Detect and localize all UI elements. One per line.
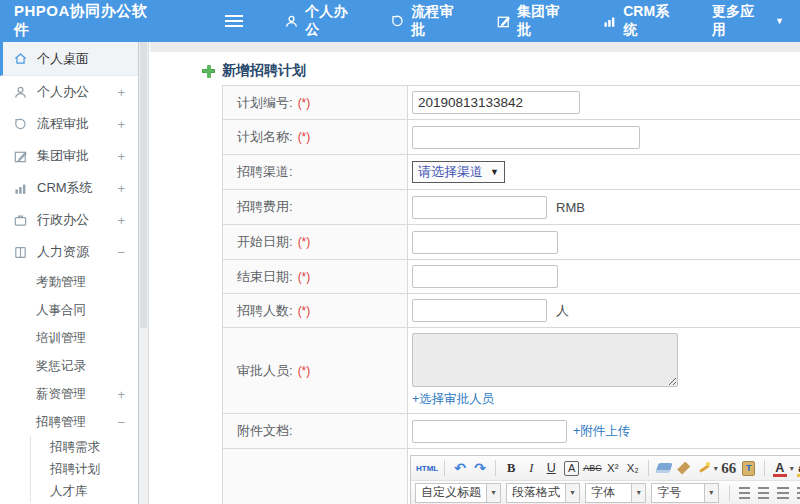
font-color-button[interactable]: A <box>771 459 789 478</box>
rich-text-editor: HTML B I U A ABC X² X₂ <box>410 455 800 504</box>
blockquote-button[interactable]: 66 <box>720 459 738 478</box>
sidebar-item-recruit-demand[interactable]: 招聘需求 <box>31 436 138 458</box>
bold-button[interactable]: B <box>502 459 520 478</box>
paragraph-format-dropdown[interactable]: 段落格式▾ <box>506 483 580 503</box>
field-label: 计划名称: <box>237 128 293 146</box>
end-date-input[interactable] <box>412 265 558 288</box>
user-icon <box>13 85 28 100</box>
form-row-headcount: 招聘人数:(*) 人 <box>223 294 800 328</box>
font-size-dropdown[interactable]: 字号▾ <box>651 483 718 503</box>
required-mark: (*) <box>298 130 311 144</box>
topmenu-crm-system[interactable]: CRM系统 <box>586 0 696 42</box>
topmenu-personal-office[interactable]: 个人办公 <box>268 0 374 42</box>
sidebar-item-label: 人力资源 <box>37 243 89 261</box>
font-family-dropdown[interactable]: 字体▾ <box>585 483 646 503</box>
undo-icon[interactable] <box>451 459 469 478</box>
sidebar-item-label: 个人桌面 <box>37 50 89 68</box>
sidebar-item-attendance[interactable]: 考勤管理 <box>0 268 138 296</box>
autoformat-wand-icon[interactable] <box>697 462 710 475</box>
form-row-end-date: 结束日期:(*) <box>223 260 800 294</box>
form-row-plan-name: 计划名称:(*) <box>223 120 800 155</box>
highlight-color-button[interactable]: ab <box>796 459 800 478</box>
font-border-button[interactable]: A <box>564 461 579 476</box>
collapse-minus-icon[interactable]: − <box>117 415 125 430</box>
strikethrough-button[interactable]: ABC <box>583 459 602 478</box>
wand-dropdown-caret[interactable]: ▾ <box>714 464 718 473</box>
plan-number-input[interactable] <box>412 91 580 114</box>
expand-plus-icon[interactable]: + <box>117 117 125 132</box>
sidebar-scrollbar[interactable] <box>138 42 149 504</box>
font-color-caret[interactable]: ▾ <box>790 464 794 473</box>
redo-icon[interactable] <box>471 459 489 478</box>
topmenu-label: 更多应用 <box>712 3 765 39</box>
sidebar-item-recruitment[interactable]: 招聘管理− <box>0 408 138 436</box>
field-label: 附件文档: <box>237 422 293 440</box>
sidebar-item-talent-pool[interactable]: 人才库 <box>31 480 138 502</box>
form-row-start-date: 开始日期:(*) <box>223 225 800 260</box>
hamburger-menu-icon[interactable] <box>225 15 243 28</box>
channel-select-value: 请选择渠道 <box>418 163 483 181</box>
sidebar-item-group-approval[interactable]: 集团审批 + <box>0 140 138 172</box>
superscript-button[interactable]: X² <box>604 459 622 478</box>
select-caret-icon: ▼ <box>490 167 499 177</box>
underline-button[interactable]: U <box>542 459 560 478</box>
sidebar-item-human-resources[interactable]: 人力资源 − <box>0 236 138 268</box>
expand-plus-icon[interactable]: + <box>117 181 125 196</box>
sidebar-item-personal-office[interactable]: 个人办公 + <box>0 76 138 108</box>
sidebar-item-workflow-approval[interactable]: 流程审批 + <box>0 108 138 140</box>
sidebar-item-recruit-plan[interactable]: 招聘计划 <box>31 458 138 480</box>
sidebar-item-training[interactable]: 培训管理 <box>0 324 138 352</box>
sidebar-item-label: 个人办公 <box>37 83 89 101</box>
headcount-input[interactable] <box>412 299 547 322</box>
form-row-attachment: 附件文档: +附件上传 <box>223 414 800 449</box>
subscript-button[interactable]: X₂ <box>624 459 642 478</box>
plan-name-input[interactable] <box>412 126 640 149</box>
headcount-unit-label: 人 <box>556 302 569 320</box>
align-right-icon[interactable] <box>777 487 788 499</box>
align-center-icon[interactable] <box>758 487 769 499</box>
expand-plus-icon[interactable]: + <box>117 387 125 402</box>
topmenu-more-apps[interactable]: 更多应用 ▼ <box>696 0 800 42</box>
history-icon <box>13 117 28 132</box>
field-label: 招聘人数: <box>237 302 293 320</box>
align-left-icon[interactable] <box>739 487 750 499</box>
paste-text-icon[interactable]: T <box>742 461 755 476</box>
sidebar-item-rewards[interactable]: 奖惩记录 <box>0 352 138 380</box>
field-label: 招聘费用: <box>237 198 293 216</box>
book-icon <box>13 245 28 260</box>
source-code-button[interactable]: HTML <box>416 459 438 478</box>
sidebar-item-admin-office[interactable]: 行政办公 + <box>0 204 138 236</box>
custom-title-dropdown[interactable]: 自定义标题▾ <box>415 483 501 503</box>
topmenu-group-approval[interactable]: 集团审批 <box>480 0 586 42</box>
italic-button[interactable]: I <box>522 459 540 478</box>
expand-plus-icon[interactable]: + <box>117 213 125 228</box>
add-plus-icon <box>202 65 215 78</box>
collapse-minus-icon[interactable]: − <box>117 245 125 260</box>
sidebar-item-label: 集团审批 <box>37 147 89 165</box>
topmenu-label: 流程审批 <box>411 3 464 39</box>
sidebar-item-desktop[interactable]: 个人桌面 <box>0 42 138 76</box>
select-approvers-link[interactable]: +选择审批人员 <box>412 391 494 408</box>
scrollbar-thumb[interactable] <box>140 42 147 328</box>
topmenu-label: 集团审批 <box>517 3 570 39</box>
required-mark: (*) <box>298 96 311 110</box>
editor-toolbar-row-2: 自定义标题▾ 段落格式▾ 字体▾ 字号▾ <box>411 480 800 504</box>
dropdown-caret-icon: ▾ <box>565 484 579 502</box>
sidebar-item-salary[interactable]: 薪资管理+ <box>0 380 138 408</box>
channel-select[interactable]: 请选择渠道 ▼ <box>412 161 505 183</box>
approvers-textarea[interactable] <box>412 333 678 387</box>
format-brush-icon[interactable] <box>677 462 690 475</box>
sidebar-item-crm-system[interactable]: CRM系统 + <box>0 172 138 204</box>
start-date-input[interactable] <box>412 231 558 254</box>
attachment-upload-link[interactable]: +附件上传 <box>573 423 630 440</box>
expand-plus-icon[interactable]: + <box>117 85 125 100</box>
attachment-input[interactable] <box>412 420 567 443</box>
content-panel: 新增招聘计划 计划编号:(*) 计划名称:(*) 招聘渠道: 请选择渠道 ▼ <box>150 52 800 504</box>
expand-plus-icon[interactable]: + <box>117 149 125 164</box>
eraser-icon[interactable] <box>655 463 672 473</box>
topmenu-workflow-approval[interactable]: 流程审批 <box>374 0 480 42</box>
fee-input[interactable] <box>412 196 547 219</box>
dropdown-caret-icon: ▾ <box>631 484 645 502</box>
sidebar-item-hr-contract[interactable]: 人事合同 <box>0 296 138 324</box>
required-mark: (*) <box>298 270 311 284</box>
